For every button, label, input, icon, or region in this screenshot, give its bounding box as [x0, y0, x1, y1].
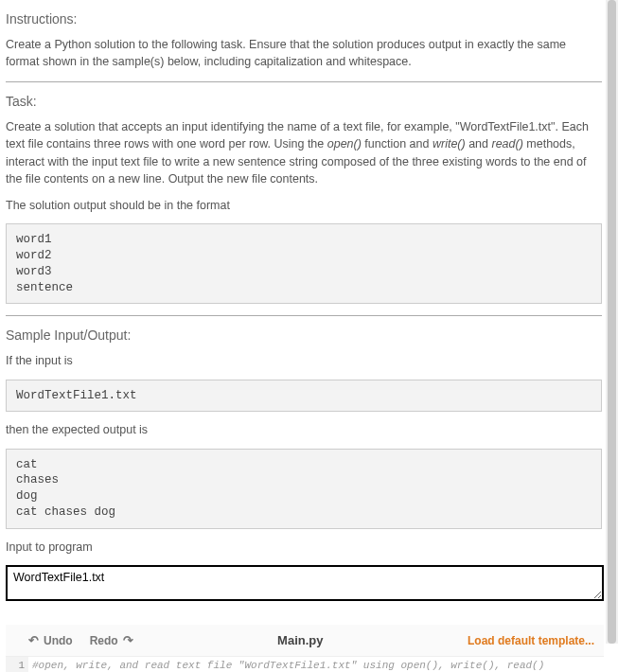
editor-body[interactable]: 1 2 3 4 #open, write, and read text file…	[6, 657, 604, 672]
instructions-heading: Instructions:	[6, 11, 602, 27]
main-content: Instructions: Create a Python solution t…	[0, 0, 606, 672]
divider	[6, 81, 602, 82]
task-desc-mid2: and	[466, 137, 492, 150]
undo-label: Undo	[44, 634, 73, 647]
format-label: The solution output should be in the for…	[6, 197, 602, 214]
task-fn-write: write()	[433, 137, 466, 150]
editor-toolbar: ↶ Undo Redo ↷ Main.py Load default templ…	[6, 625, 604, 657]
program-input-label: Input to program	[6, 539, 602, 556]
sample-output-codeblock: cat chases dog cat chases dog	[6, 449, 602, 530]
sample-heading: Sample Input/Output:	[6, 327, 602, 343]
scrollbar-thumb[interactable]	[608, 0, 616, 644]
format-codeblock: word1 word2 word3 sentence	[6, 223, 602, 305]
instructions-text: Create a Python solution to the followin…	[6, 36, 602, 70]
divider	[6, 315, 602, 316]
load-template-button[interactable]: Load default template...	[468, 634, 594, 647]
editor-code[interactable]: #open, write, and read text file "WordTe…	[28, 657, 604, 672]
sample-input-codeblock: WordTextFile1.txt	[6, 380, 602, 413]
redo-icon: ↷	[123, 633, 133, 647]
task-description: Create a solution that accepts an input …	[6, 118, 602, 187]
code-editor: ↶ Undo Redo ↷ Main.py Load default templ…	[6, 625, 604, 672]
undo-icon: ↶	[28, 633, 39, 647]
undo-button[interactable]: ↶ Undo	[28, 633, 73, 647]
redo-label: Redo	[90, 634, 118, 647]
task-desc-mid1: function and	[362, 137, 433, 150]
editor-gutter: 1 2 3 4	[6, 657, 28, 672]
sample-then-output: then the expected output is	[6, 421, 602, 438]
task-heading: Task:	[6, 94, 602, 109]
task-fn-open: open()	[327, 137, 362, 150]
program-input[interactable]	[6, 565, 604, 601]
scrollbar-track[interactable]	[606, 0, 618, 644]
sample-if-input: If the input is	[6, 352, 602, 369]
task-fn-read: read()	[491, 137, 522, 150]
redo-button[interactable]: Redo ↷	[90, 633, 133, 647]
editor-filename: Main.py	[133, 633, 468, 647]
